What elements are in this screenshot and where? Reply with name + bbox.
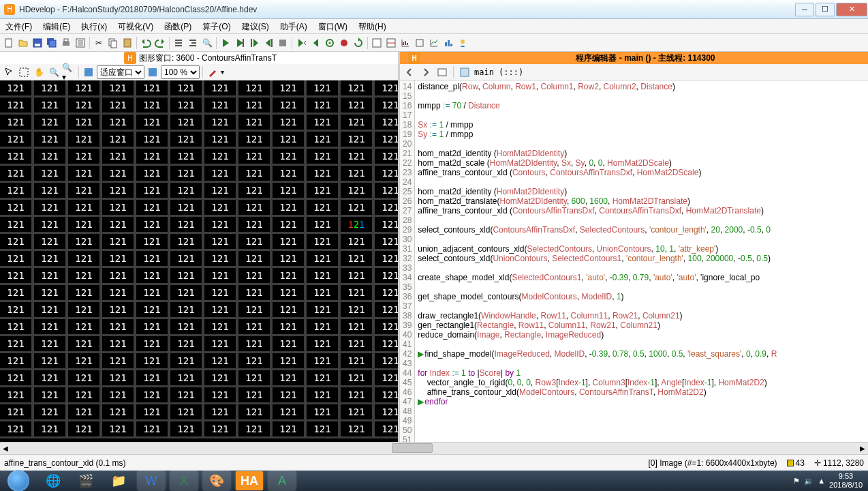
code-line[interactable] <box>418 406 865 416</box>
zoom-rect-tool[interactable] <box>17 65 31 79</box>
minimize-button[interactable]: ─ <box>795 3 814 16</box>
nav-back-button[interactable] <box>403 65 416 79</box>
menu-item[interactable]: 函数(P) <box>159 19 197 33</box>
new-button[interactable] <box>2 36 16 50</box>
scroll-right-button[interactable]: ▶ <box>857 443 868 454</box>
zoom-percent-select[interactable]: 100 % <box>161 65 200 79</box>
assistant-button[interactable] <box>456 36 469 50</box>
code-line[interactable]: draw_rectangle1(WindowHandle, Row11, Col… <box>418 311 865 321</box>
list-button[interactable] <box>172 36 185 50</box>
maximize-button[interactable]: ☐ <box>816 3 835 16</box>
code-line[interactable] <box>418 301 865 311</box>
run-button[interactable] <box>219 36 232 50</box>
chart2-button[interactable] <box>413 36 427 50</box>
save-button[interactable] <box>31 36 44 50</box>
code-line[interactable]: affine_trans_contour_xld(ModelContours, … <box>418 387 865 397</box>
code-line[interactable]: affine_trans_contour_xld (ContoursAffinT… <box>418 206 865 215</box>
code-line[interactable]: get_shape_model_contours(ModelContours, … <box>418 292 865 301</box>
task-hdevelop[interactable]: HA <box>236 471 263 490</box>
window1-button[interactable] <box>370 36 384 50</box>
step-over-button[interactable] <box>233 36 247 50</box>
code-line[interactable] <box>418 139 865 149</box>
code-line[interactable] <box>418 91 865 101</box>
task-ie[interactable]: 🌐 <box>40 471 67 490</box>
code-line[interactable]: Sy := 1 / mmpp <box>418 130 865 139</box>
refresh-button[interactable] <box>352 36 365 50</box>
menu-item[interactable]: 算子(O) <box>197 19 236 33</box>
properties-button[interactable] <box>74 36 87 50</box>
code-line[interactable]: select_contours_xld(ContoursAffinTransDx… <box>418 225 865 235</box>
chart1-button[interactable] <box>399 36 412 50</box>
nav-list-button[interactable] <box>435 65 449 79</box>
nav-forward-button[interactable] <box>419 65 433 79</box>
step-back-button[interactable] <box>309 36 322 50</box>
code-line[interactable]: mmpp := 70 / Distance <box>418 101 865 110</box>
breakpoint-button[interactable] <box>337 36 351 50</box>
code-line[interactable] <box>418 235 865 244</box>
menu-item[interactable]: 帮助(H) <box>353 19 392 33</box>
chart3-button[interactable] <box>427 36 441 50</box>
print-button[interactable] <box>59 36 73 50</box>
chart4-button[interactable] <box>441 36 455 50</box>
save-all-button[interactable] <box>45 36 59 50</box>
code-line[interactable]: vector_angle_to_rigid(0, 0, 0, Row3[Inde… <box>418 378 865 387</box>
fit-mode-select[interactable]: 适应窗口 <box>97 65 144 79</box>
color-tool[interactable] <box>206 65 219 79</box>
code-line[interactable] <box>418 435 865 442</box>
zoom-dropdown[interactable]: 🔍▾ <box>62 65 76 79</box>
stop-button[interactable] <box>276 36 290 50</box>
tray-volume-icon[interactable]: 🔉 <box>804 477 813 486</box>
code-line[interactable] <box>418 426 865 435</box>
redo-button[interactable] <box>153 36 167 50</box>
pointer-tool[interactable] <box>2 65 16 79</box>
task-word[interactable]: W <box>138 471 165 490</box>
menu-item[interactable]: 建议(S) <box>236 19 275 33</box>
step-out-button[interactable] <box>262 36 275 50</box>
code-line[interactable]: ▶endfor <box>418 397 865 406</box>
undo-button[interactable] <box>139 36 153 50</box>
code-line[interactable]: gen_rectangle1(Rectangle, Row11, Column1… <box>418 321 865 330</box>
code-line[interactable] <box>418 340 865 349</box>
scroll-left-button[interactable]: ◀ <box>0 443 11 454</box>
clock[interactable]: 9:53 2018/8/10 <box>829 472 863 489</box>
close-button[interactable]: ✕ <box>836 3 867 16</box>
tray-flag-icon[interactable]: ⚑ <box>793 477 800 486</box>
dropdown-icon[interactable]: ▾ <box>221 68 224 76</box>
code-line[interactable]: select_contours_xld(UnionContours, Selec… <box>418 254 865 263</box>
code-line[interactable]: create_shape_model_xld(SelectedContours1… <box>418 273 865 282</box>
menu-item[interactable]: 编辑(E) <box>37 19 76 33</box>
reset-button[interactable] <box>323 36 337 50</box>
magnifier-tool[interactable]: 🔍 <box>47 65 61 79</box>
task-explorer[interactable]: 📁 <box>105 471 132 490</box>
copy-button[interactable] <box>106 36 120 50</box>
task-app[interactable]: A <box>268 471 296 490</box>
code-line[interactable] <box>418 263 865 273</box>
code-line[interactable]: hom_mat2d_scale (HomMat2DIdentity, Sx, S… <box>418 158 865 168</box>
code-area[interactable]: 1415161718192021222324252627282930313233… <box>400 80 868 442</box>
code-line[interactable] <box>418 359 865 368</box>
code-line[interactable]: hom_mat2d_translate(HomMat2DIdentity, 60… <box>418 196 865 206</box>
menu-item[interactable]: 文件(F) <box>0 19 37 33</box>
menu-item[interactable]: 可视化(V) <box>112 19 159 33</box>
window2-button[interactable] <box>384 36 398 50</box>
code-line[interactable]: reduce_domain(Image, Rectangle, ImageRed… <box>418 330 865 340</box>
start-button[interactable] <box>0 471 37 491</box>
open-button[interactable] <box>16 36 30 50</box>
code-line[interactable]: ▶find_shape_model(ImageReduced, ModelID,… <box>418 349 865 359</box>
menu-item[interactable]: 执行(x) <box>76 19 112 33</box>
scroll-thumb[interactable] <box>392 443 433 453</box>
find-button[interactable]: 🔍 <box>200 36 214 50</box>
paste-button[interactable] <box>121 36 134 50</box>
tray-up-icon[interactable]: ▲ <box>818 477 825 485</box>
code-line[interactable]: Sx := 1 / mmpp <box>418 120 865 130</box>
code-line[interactable] <box>418 215 865 225</box>
menu-item[interactable]: 助手(A) <box>275 19 313 33</box>
code-line[interactable] <box>418 282 865 292</box>
code-line[interactable]: hom_mat2d_identity (HomMat2DIdentity) <box>418 187 865 196</box>
code-line[interactable] <box>418 177 865 187</box>
system-tray[interactable]: ⚑ 🔉 ▲ 9:53 2018/8/10 <box>793 472 868 489</box>
task-paint[interactable]: 🎨 <box>203 471 230 490</box>
code-line[interactable]: union_adjacent_contours_xld(SelectedCont… <box>418 244 865 254</box>
task-media[interactable]: 🎬 <box>72 471 99 490</box>
code-line[interactable]: affine_trans_contour_xld (Contours, Cont… <box>418 168 865 177</box>
